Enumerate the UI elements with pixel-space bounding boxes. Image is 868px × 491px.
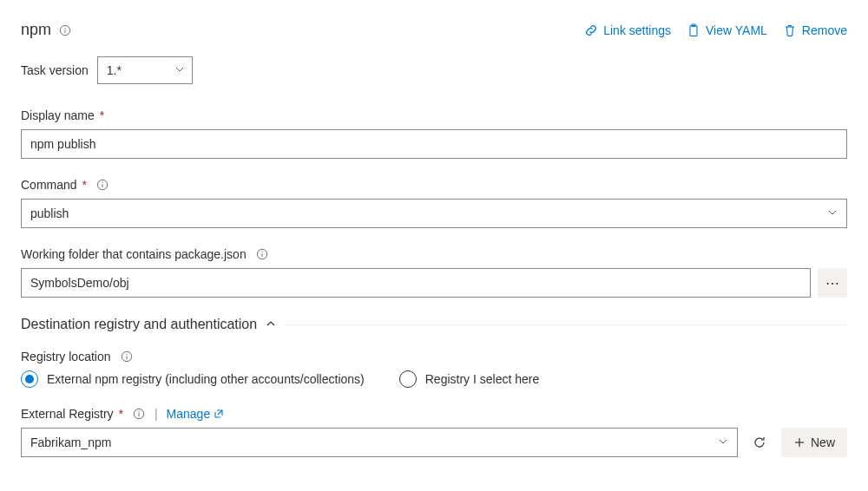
separator: | xyxy=(155,407,158,421)
browse-button[interactable]: ⋯ xyxy=(818,268,847,298)
info-icon[interactable] xyxy=(95,178,109,192)
view-yaml-button[interactable]: View YAML xyxy=(687,23,767,37)
command-value: publish xyxy=(30,206,69,220)
registry-location-label: Registry location xyxy=(21,350,111,363)
task-version-label: Task version xyxy=(21,63,89,77)
working-folder-label-row: Working folder that contains package.jso… xyxy=(21,247,847,261)
external-registry-label-row: External Registry * | Manage xyxy=(21,407,847,421)
required-mark: * xyxy=(79,178,87,192)
chevron-down-icon xyxy=(827,206,838,220)
info-icon[interactable] xyxy=(120,350,134,363)
ellipsis-icon: ⋯ xyxy=(825,275,840,291)
task-version-value: 1.* xyxy=(107,63,122,77)
new-label: New xyxy=(811,435,835,449)
header-left: npm xyxy=(21,21,72,39)
required-mark: * xyxy=(115,407,123,421)
external-registry-group: External Registry * | Manage Fabrikam_np… xyxy=(21,407,847,457)
new-button[interactable]: New xyxy=(781,428,847,457)
svg-point-6 xyxy=(102,182,102,183)
chevron-down-icon xyxy=(174,63,185,77)
command-select[interactable]: publish xyxy=(21,199,847,228)
destination-section-header[interactable]: Destination registry and authentication xyxy=(21,317,847,332)
radio-external-registry[interactable]: External npm registry (including other a… xyxy=(21,370,365,388)
display-name-label-row: Display name * xyxy=(21,108,847,122)
command-label: Command * xyxy=(21,178,87,192)
radio-dot xyxy=(25,375,34,383)
section-title: Destination registry and authentication xyxy=(21,317,257,332)
refresh-button[interactable] xyxy=(745,428,774,457)
external-registry-input-row: Fabrikam_npm New xyxy=(21,428,847,457)
manage-label: Manage xyxy=(167,407,211,421)
view-yaml-label: View YAML xyxy=(706,23,767,37)
registry-location-group: Registry location External npm registry … xyxy=(21,350,847,388)
required-mark: * xyxy=(96,108,104,122)
display-name-group: Display name * xyxy=(21,108,847,159)
section-divider xyxy=(285,324,847,325)
display-name-input[interactable] xyxy=(21,129,847,159)
plus-icon xyxy=(793,436,806,448)
display-name-label: Display name * xyxy=(21,108,104,122)
working-folder-input[interactable] xyxy=(21,268,811,298)
working-folder-label: Working folder that contains package.jso… xyxy=(21,247,247,261)
clipboard-icon xyxy=(687,23,700,37)
task-title: npm xyxy=(21,21,51,39)
command-label-row: Command * xyxy=(21,178,847,192)
link-icon xyxy=(584,23,598,37)
external-registry-label: External Registry * xyxy=(21,407,123,421)
chevron-down-icon xyxy=(718,435,728,449)
info-icon[interactable] xyxy=(132,407,146,421)
external-registry-value: Fabrikam_npm xyxy=(30,435,111,449)
refresh-icon xyxy=(753,435,766,449)
remove-button[interactable]: Remove xyxy=(783,23,847,37)
registry-location-label-row: Registry location xyxy=(21,350,847,363)
working-folder-group: Working folder that contains package.jso… xyxy=(21,247,847,298)
info-icon[interactable] xyxy=(58,23,72,37)
svg-point-12 xyxy=(126,354,127,355)
external-registry-select[interactable]: Fabrikam_npm xyxy=(21,428,738,457)
link-settings-label: Link settings xyxy=(603,23,671,37)
header-actions: Link settings View YAML Remove xyxy=(584,23,847,37)
task-header: npm Link settings View YAML Remove xyxy=(21,21,847,39)
link-settings-button[interactable]: Link settings xyxy=(584,23,671,37)
working-folder-input-row: ⋯ xyxy=(21,268,847,298)
svg-point-15 xyxy=(138,411,139,412)
radio-external-label: External npm registry (including other a… xyxy=(47,372,365,386)
radio-circle xyxy=(399,370,417,388)
external-link-icon xyxy=(214,409,224,419)
radio-select-here-label: Registry I select here xyxy=(425,372,540,386)
task-version-select[interactable]: 1.* xyxy=(97,56,193,84)
command-group: Command * publish xyxy=(21,178,847,228)
svg-point-9 xyxy=(261,252,262,252)
info-icon[interactable] xyxy=(255,247,269,261)
remove-label: Remove xyxy=(802,23,847,37)
task-version-row: Task version 1.* xyxy=(21,56,847,84)
registry-location-radios: External npm registry (including other a… xyxy=(21,370,847,388)
svg-point-1 xyxy=(64,27,65,28)
chevron-up-icon xyxy=(266,318,276,331)
radio-select-here[interactable]: Registry I select here xyxy=(399,370,540,388)
radio-circle xyxy=(21,370,38,388)
manage-link[interactable]: Manage xyxy=(167,407,225,421)
svg-rect-3 xyxy=(690,25,697,36)
trash-icon xyxy=(783,23,797,37)
